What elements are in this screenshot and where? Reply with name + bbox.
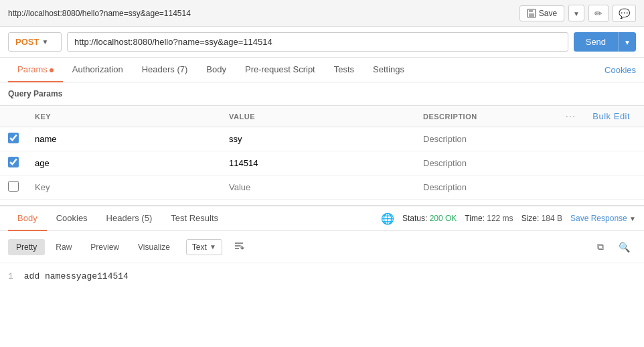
method-label: POST (15, 37, 39, 47)
subtab-pretty[interactable]: Pretty (8, 239, 45, 255)
subtab-raw[interactable]: Raw (48, 239, 80, 255)
row1-more-cell (558, 127, 584, 151)
row2-checkbox-cell (0, 151, 27, 176)
more-icon[interactable]: ··· (566, 113, 576, 121)
new-value-input[interactable] (229, 182, 407, 192)
value-header: VALUE (221, 106, 415, 127)
search-button[interactable]: 🔍 (613, 238, 636, 257)
row2-key-cell (27, 151, 221, 176)
url-input[interactable] (67, 32, 568, 52)
table-row (0, 151, 644, 176)
format-label: Text (192, 242, 207, 252)
row1-desc-cell (415, 127, 558, 151)
table-row (0, 127, 644, 151)
copy-button[interactable]: ⧉ (591, 237, 610, 257)
tab-tests[interactable]: Tests (325, 58, 364, 82)
new-value-cell (221, 176, 415, 200)
response-tab-testresults[interactable]: Test Results (161, 206, 228, 231)
response-tab-headers[interactable]: Headers (5) (97, 206, 162, 231)
subtab-preview[interactable]: Preview (82, 239, 127, 255)
top-bar: http://localhost:8080/hello?name=ssy&age… (0, 0, 644, 27)
cookies-link[interactable]: Cookies (605, 58, 636, 82)
method-chevron-icon: ▼ (42, 38, 48, 46)
row1-extra-cell (584, 127, 644, 151)
edit-button[interactable]: ✏ (588, 5, 609, 22)
save-button[interactable]: Save (519, 5, 564, 21)
tab-params[interactable]: Params (8, 58, 63, 82)
row1-checkbox[interactable] (8, 133, 19, 143)
response-status: 🌐 Status: 200 OK Time: 122 ms Size: 184 … (381, 212, 636, 225)
key-header: KEY (27, 106, 221, 127)
top-bar-actions: Save ▼ ✏ 💬 (519, 5, 636, 22)
tab-headers[interactable]: Headers (7) (133, 58, 197, 82)
time-info: Time: 122 ms (465, 214, 513, 223)
row2-checkbox[interactable] (8, 157, 19, 167)
format-chevron-icon: ▼ (210, 243, 216, 251)
svg-rect-1 (529, 9, 533, 12)
row2-desc-cell (415, 151, 558, 176)
new-key-cell (27, 176, 221, 200)
body-sub-tabs: Pretty Raw Preview Visualize Text ▼ ⧉ 🔍 (0, 231, 644, 263)
comment-button[interactable]: 💬 (613, 5, 636, 22)
description-header: DESCRIPTION (415, 106, 558, 127)
response-tab-cookies[interactable]: Cookies (47, 206, 97, 231)
status-value: 200 OK (430, 214, 457, 223)
checkbox-header (0, 106, 27, 127)
row2-more-cell (558, 151, 584, 176)
row2-value-input[interactable] (229, 158, 407, 168)
tab-authorization[interactable]: Authorization (63, 58, 133, 82)
row2-extra-cell (584, 151, 644, 176)
send-chevron-icon: ▼ (624, 39, 631, 46)
row1-key-cell (27, 127, 221, 151)
tab-prerequest[interactable]: Pre-request Script (236, 58, 325, 82)
new-desc-input[interactable] (423, 182, 550, 192)
method-select[interactable]: POST ▼ (8, 32, 62, 52)
send-button[interactable]: Send (574, 32, 618, 52)
save-dropdown-button[interactable]: ▼ (568, 5, 584, 21)
bulk-edit-header: Bulk Edit (584, 106, 644, 127)
save-label: Save (539, 9, 557, 18)
row1-value-cell (221, 127, 415, 151)
table-row-new (0, 176, 644, 200)
wrap-icon (234, 240, 244, 251)
row1-desc-input[interactable] (423, 134, 550, 144)
send-button-group: Send ▼ (574, 32, 636, 52)
request-tabs: Params Authorization Headers (7) Body Pr… (0, 58, 644, 82)
new-extra-cell (584, 176, 644, 200)
bulk-edit-button[interactable]: Bulk Edit (592, 111, 630, 121)
query-params-label: Query Params (0, 82, 644, 105)
wrap-lines-button[interactable] (228, 236, 250, 257)
tab-settings[interactable]: Settings (364, 58, 414, 82)
svg-rect-2 (529, 13, 534, 17)
row2-desc-input[interactable] (423, 158, 550, 168)
response-tab-body[interactable]: Body (8, 206, 47, 231)
subtab-visualize[interactable]: Visualize (130, 239, 178, 255)
size-info: Size: 184 B (521, 214, 562, 223)
save-response-chevron-icon: ▼ (629, 215, 636, 222)
response-area: Body Cookies Headers (5) Test Results 🌐 … (0, 205, 644, 289)
status-label: Status: 200 OK (402, 214, 457, 223)
row1-checkbox-cell (0, 127, 27, 151)
line-number: 1 (8, 271, 13, 281)
more-header: ··· (558, 106, 584, 127)
tab-body[interactable]: Body (197, 58, 236, 82)
row1-key-input[interactable] (35, 134, 213, 144)
row2-key-input[interactable] (35, 158, 213, 168)
globe-icon: 🌐 (381, 212, 394, 225)
new-key-input[interactable] (35, 182, 213, 192)
new-desc-cell (415, 176, 558, 200)
row2-value-cell (221, 151, 415, 176)
send-dropdown-button[interactable]: ▼ (618, 32, 636, 52)
params-dot (50, 68, 54, 72)
new-checkbox-cell (0, 176, 27, 200)
save-icon (527, 9, 536, 18)
new-row-checkbox[interactable] (8, 181, 19, 192)
save-response-button[interactable]: Save Response ▼ (570, 214, 636, 223)
row1-value-input[interactable] (229, 134, 407, 144)
chevron-down-icon: ▼ (573, 10, 580, 17)
params-table: KEY VALUE DESCRIPTION ··· Bulk Edit (0, 105, 644, 200)
code-line-1: add namessyage114514 (24, 271, 129, 281)
format-select[interactable]: Text ▼ (186, 239, 222, 255)
url-bar: POST ▼ Send ▼ (0, 27, 644, 58)
body-sub-tabs-right: ⧉ 🔍 (591, 237, 636, 257)
